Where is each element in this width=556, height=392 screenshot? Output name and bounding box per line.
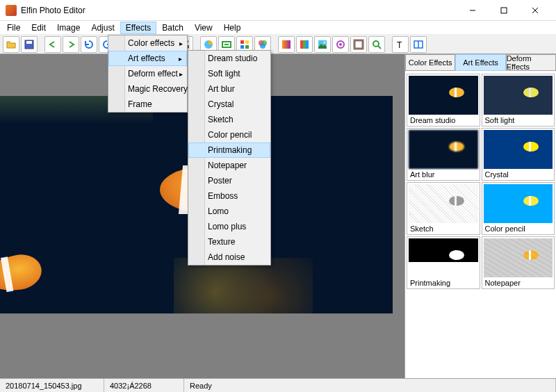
side-tab-art-effects[interactable]: Art Effects xyxy=(455,54,505,71)
effect-thumb-soft-light[interactable]: Soft light xyxy=(482,74,555,126)
svg-rect-16 xyxy=(282,40,291,49)
svg-rect-19 xyxy=(306,40,309,49)
thumb-label: Art blur xyxy=(409,169,478,179)
toolbar: T xyxy=(0,35,556,54)
menu-image[interactable]: Image xyxy=(51,22,85,34)
effects-thumbnails-grid: Dream studioSoft lightArt blurCrystalSke… xyxy=(405,71,556,378)
svg-text:T: T xyxy=(397,40,402,50)
lens-icon[interactable] xyxy=(332,36,349,53)
art-submenu-item-notepaper[interactable]: Notepaper xyxy=(188,158,270,173)
art-submenu-item-soft-light[interactable]: Soft light xyxy=(188,66,270,81)
svg-line-26 xyxy=(378,46,381,49)
svg-rect-1 xyxy=(501,8,507,13)
minimize-button[interactable] xyxy=(457,0,488,21)
gradient-icon[interactable] xyxy=(278,36,295,53)
svg-rect-5 xyxy=(26,41,32,44)
text-tool-icon[interactable]: T xyxy=(392,36,409,53)
effect-thumb-notepaper[interactable]: Notepaper xyxy=(482,236,555,289)
effects-menu-item-magic-recovery[interactable]: Magic Recovery xyxy=(108,81,187,97)
maximize-button[interactable] xyxy=(488,0,519,21)
menu-file[interactable]: File xyxy=(1,22,26,34)
menu-adjust[interactable]: Adjust xyxy=(85,22,120,34)
save-icon[interactable] xyxy=(21,36,38,53)
side-tab-deform-effects[interactable]: Deform Effects xyxy=(506,54,556,71)
art-submenu-item-emboss[interactable]: Emboss xyxy=(188,188,270,204)
svg-point-25 xyxy=(373,41,379,47)
effects-menu-item-deform-effect[interactable]: Deform effect xyxy=(108,66,187,81)
thumb-label: Printmaking xyxy=(409,277,478,287)
svg-point-23 xyxy=(339,43,342,46)
landscape-icon[interactable] xyxy=(314,36,331,53)
close-button[interactable] xyxy=(519,0,550,21)
art-submenu-item-crystal[interactable]: Crystal xyxy=(188,97,270,112)
thumb-preview xyxy=(484,130,553,169)
main-area: Color EffectsArt EffectsDeform Effects D… xyxy=(0,54,556,378)
effects-menu-popup: Color effectsArt effectsDeform effectMag… xyxy=(108,35,188,113)
svg-rect-17 xyxy=(300,40,303,49)
rotate-left-icon[interactable] xyxy=(81,36,97,53)
window-title: Elfin Photo Editor xyxy=(21,6,457,15)
thumb-preview xyxy=(409,76,478,115)
art-effects-submenu: Dream studioSoft lightArt blurCrystalSke… xyxy=(188,50,271,266)
status-state: Ready xyxy=(184,379,556,392)
svg-rect-11 xyxy=(240,45,244,49)
art-submenu-item-dream-studio[interactable]: Dream studio xyxy=(188,51,270,66)
effects-menu-item-frame[interactable]: Frame xyxy=(108,97,187,112)
border-icon[interactable] xyxy=(350,36,367,53)
thumb-preview xyxy=(409,238,478,277)
thumb-label: Sketch xyxy=(409,223,478,233)
status-filename: 20180714_150453.jpg xyxy=(0,379,104,392)
status-dimensions: 4032¡Á2268 xyxy=(104,379,184,392)
menu-view[interactable]: View xyxy=(189,22,218,34)
art-submenu-item-printmaking[interactable]: Printmaking xyxy=(188,142,270,158)
thumb-preview xyxy=(409,130,478,169)
menu-effects[interactable]: Effects xyxy=(120,22,156,34)
effect-thumb-dream-studio[interactable]: Dream studio xyxy=(407,74,480,126)
title-bar: Elfin Photo Editor xyxy=(0,0,556,21)
side-panel-tabs: Color EffectsArt EffectsDeform Effects xyxy=(405,54,556,71)
art-submenu-item-color-pencil[interactable]: Color pencil xyxy=(188,127,270,142)
art-submenu-item-art-blur[interactable]: Art blur xyxy=(188,81,270,97)
window-controls xyxy=(457,0,550,21)
thumb-label: Crystal xyxy=(484,169,553,179)
art-submenu-item-lomo[interactable]: Lomo xyxy=(188,204,270,219)
thumb-label: Dream studio xyxy=(409,115,478,124)
art-submenu-item-texture[interactable]: Texture xyxy=(188,234,270,250)
svg-rect-12 xyxy=(245,45,249,49)
hue-icon[interactable] xyxy=(296,36,313,53)
art-submenu-item-add-noise[interactable]: Add noise xyxy=(188,250,270,265)
thumb-label: Color pencil xyxy=(484,223,553,233)
art-submenu-item-sketch[interactable]: Sketch xyxy=(188,112,270,127)
undo-icon[interactable] xyxy=(44,36,61,53)
effect-thumb-color-pencil[interactable]: Color pencil xyxy=(482,182,555,235)
thumb-label: Soft light xyxy=(484,115,553,124)
thumb-label: Notepaper xyxy=(484,277,553,287)
effects-menu-item-color-effects[interactable]: Color effects xyxy=(108,35,187,51)
panel-icon[interactable] xyxy=(410,36,427,53)
zoom-icon[interactable] xyxy=(368,36,385,53)
thumb-preview xyxy=(409,184,478,223)
status-bar: 20180714_150453.jpg 4032¡Á2268 Ready xyxy=(0,378,556,392)
redo-icon[interactable] xyxy=(63,36,79,53)
effect-thumb-art-blur[interactable]: Art blur xyxy=(407,128,480,181)
side-tab-color-effects[interactable]: Color Effects xyxy=(405,54,455,71)
effect-thumb-printmaking[interactable]: Printmaking xyxy=(407,236,480,289)
effect-thumb-crystal[interactable]: Crystal xyxy=(482,128,555,181)
thumb-preview xyxy=(484,184,553,223)
menu-batch[interactable]: Batch xyxy=(156,22,189,34)
thumb-preview xyxy=(484,238,553,277)
svg-rect-24 xyxy=(354,40,363,49)
effects-side-panel: Color EffectsArt EffectsDeform Effects D… xyxy=(404,54,556,378)
menu-edit[interactable]: Edit xyxy=(26,22,51,34)
art-submenu-item-poster[interactable]: Poster xyxy=(188,173,270,188)
art-submenu-item-lomo-plus[interactable]: Lomo plus xyxy=(188,219,270,234)
effect-thumb-sketch[interactable]: Sketch xyxy=(407,182,480,235)
menu-help[interactable]: Help xyxy=(218,22,247,34)
svg-point-21 xyxy=(324,41,326,43)
open-icon[interactable] xyxy=(3,36,19,53)
effects-menu-item-art-effects[interactable]: Art effects xyxy=(108,51,187,66)
thumb-preview xyxy=(484,76,553,115)
app-icon xyxy=(6,5,17,16)
svg-rect-9 xyxy=(240,40,244,44)
svg-rect-10 xyxy=(245,40,249,44)
